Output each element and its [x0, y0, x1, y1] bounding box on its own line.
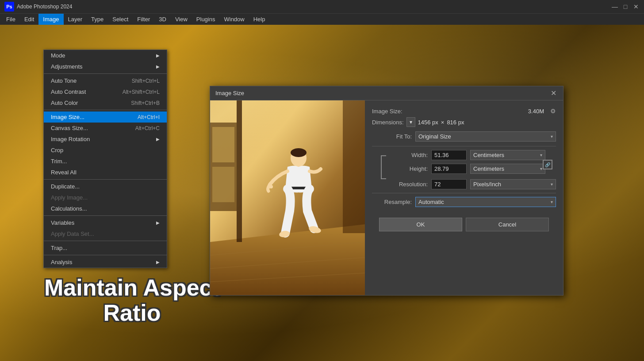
fields-section: Width: Centimeters ▾ Height:	[372, 150, 556, 179]
cancel-button[interactable]: Cancel	[466, 218, 549, 231]
annotation-text: Maintain Aspect Ratio	[44, 275, 220, 326]
fit-to-select[interactable]: Original Size ▾	[415, 131, 556, 142]
width-input[interactable]	[431, 150, 467, 160]
controls-separator-2	[372, 193, 556, 193]
menu-apply-image: Apply Image...	[44, 192, 167, 203]
menu-item-view[interactable]: View	[171, 14, 192, 25]
image-size-dialog: Image Size ✕	[210, 86, 564, 296]
height-unit-value: Centimeters	[473, 165, 504, 172]
menu-trap[interactable]: Trap...	[44, 242, 167, 253]
menu-item-file[interactable]: File	[2, 14, 20, 25]
fit-to-row: Fit To: Original Size ▾	[372, 131, 556, 142]
menu-auto-color[interactable]: Auto Color Shift+Ctrl+B	[44, 97, 167, 108]
menu-calculations[interactable]: Calculations...	[44, 203, 167, 214]
menu-canvas-size-shortcut: Alt+Ctrl+C	[135, 125, 160, 131]
resolution-unit-select[interactable]: Pixels/Inch ▾	[470, 179, 556, 189]
minimize-button[interactable]: —	[611, 3, 618, 10]
menu-analysis-label: Analysis	[51, 259, 72, 265]
menu-item-help[interactable]: Help	[249, 14, 270, 25]
dimensions-width: 1456 px	[418, 119, 438, 126]
menu-auto-tone[interactable]: Auto Tone Shift+Ctrl+L	[44, 75, 167, 86]
menu-apply-data-set-label: Apply Data Set...	[51, 230, 94, 237]
image-menu-dropdown: Mode ▶ Adjustments ▶ Auto Tone Shift+Ctr…	[43, 50, 167, 268]
resolution-input[interactable]	[431, 179, 467, 189]
menu-item-type[interactable]: Type	[87, 14, 108, 25]
annotation-line2: Ratio	[44, 300, 220, 326]
menu-auto-contrast[interactable]: Auto Contrast Alt+Shift+Ctrl+L	[44, 86, 167, 97]
dimensions-dropdown-arrow: ▾	[410, 119, 412, 125]
svg-rect-9	[212, 167, 234, 202]
menu-crop[interactable]: Crop	[44, 145, 167, 156]
gear-icon[interactable]: ⚙	[550, 108, 556, 115]
menu-analysis[interactable]: Analysis ▶	[44, 257, 167, 268]
resample-select[interactable]: Automatic ▾	[415, 197, 556, 207]
resample-row: Resample: Automatic ▾	[372, 197, 556, 207]
dialog-close-button[interactable]: ✕	[549, 89, 558, 98]
menu-auto-contrast-label: Auto Contrast	[51, 88, 86, 95]
dimensions-dropdown[interactable]: ▾	[406, 117, 415, 127]
dimensions-x: ×	[441, 119, 445, 126]
menu-image-rotation[interactable]: Image Rotation ▶	[44, 134, 167, 145]
menu-variables[interactable]: Variables ▶	[44, 217, 167, 228]
image-size-label: Image Size:	[372, 108, 402, 115]
width-unit-select[interactable]: Centimeters ▾	[470, 150, 545, 160]
canvas-background: Maintain Aspect Ratio Mode ▶ Adjustments…	[0, 25, 644, 361]
menu-auto-contrast-shortcut: Alt+Shift+Ctrl+L	[123, 89, 160, 95]
menu-bar: File Edit Image Layer Type Select Filter…	[0, 13, 644, 25]
width-unit-chevron-icon: ▾	[540, 153, 542, 157]
menu-item-image[interactable]: Image	[38, 14, 63, 25]
width-unit-value: Centimeters	[473, 152, 504, 158]
menu-item-window[interactable]: Window	[219, 14, 249, 25]
width-row: Width: Centimeters ▾	[388, 150, 545, 160]
menu-trap-label: Trap...	[51, 245, 67, 251]
menu-duplicate[interactable]: Duplicate...	[44, 181, 167, 192]
menu-auto-tone-label: Auto Tone	[51, 77, 77, 84]
controls-pane: Image Size: 3.40M ⚙ Dimensions: ▾ 1456 p…	[365, 100, 563, 295]
fit-to-chevron-icon: ▾	[551, 134, 553, 139]
width-label: Width:	[388, 152, 428, 158]
separator-5	[44, 241, 167, 241]
link-icon-area: 🔗	[543, 150, 556, 179]
menu-image-size[interactable]: Image Size... Alt+Ctrl+I	[44, 111, 167, 123]
menu-item-select[interactable]: Select	[108, 14, 133, 25]
separator-2	[44, 110, 167, 110]
dialog-footer: OK Cancel	[372, 212, 556, 237]
menu-mode[interactable]: Mode ▶	[44, 50, 167, 61]
menu-trim[interactable]: Trim...	[44, 156, 167, 167]
svg-rect-8	[212, 127, 234, 162]
app-title: Adobe Photoshop 2024	[17, 4, 72, 10]
menu-apply-image-label: Apply Image...	[51, 194, 88, 201]
ok-button[interactable]: OK	[379, 218, 462, 231]
fit-to-value: Original Size	[418, 133, 451, 140]
height-input[interactable]	[431, 164, 467, 174]
menu-variables-arrow: ▶	[156, 220, 160, 225]
dialog-title: Image Size	[215, 90, 244, 96]
resolution-label: Resolution:	[388, 181, 428, 188]
maximize-button[interactable]: □	[622, 3, 629, 10]
title-bar: Ps Adobe Photoshop 2024 — □ ✕	[0, 0, 644, 13]
menu-adjustments[interactable]: Adjustments ▶	[44, 61, 167, 72]
menu-item-plugins[interactable]: Plugins	[192, 14, 220, 25]
annotation-line1: Maintain Aspect	[44, 275, 220, 300]
menu-item-filter[interactable]: Filter	[133, 14, 154, 25]
link-column	[372, 150, 388, 179]
menu-auto-tone-shortcut: Shift+Ctrl+L	[132, 78, 160, 84]
menu-reveal-all[interactable]: Reveal All	[44, 167, 167, 178]
svg-rect-11	[343, 100, 365, 233]
link-bracket	[381, 155, 386, 179]
aspect-ratio-lock-icon[interactable]: 🔗	[543, 160, 552, 169]
height-unit-chevron-icon: ▾	[540, 166, 542, 171]
menu-item-layer[interactable]: Layer	[64, 14, 87, 25]
separator-4	[44, 215, 167, 216]
menu-variables-label: Variables	[51, 219, 74, 226]
menu-canvas-size[interactable]: Canvas Size... Alt+Ctrl+C	[44, 123, 167, 134]
height-unit-select[interactable]: Centimeters ▾	[470, 164, 545, 174]
close-button[interactable]: ✕	[632, 3, 640, 10]
image-size-value: 3.40M	[528, 108, 544, 115]
menu-item-edit[interactable]: Edit	[20, 14, 38, 25]
dialog-body: Image Size: 3.40M ⚙ Dimensions: ▾ 1456 p…	[210, 100, 563, 295]
menu-canvas-size-label: Canvas Size...	[51, 125, 88, 131]
svg-point-13	[291, 148, 307, 157]
menu-trim-label: Trim...	[51, 158, 67, 165]
menu-item-3d[interactable]: 3D	[154, 14, 171, 25]
